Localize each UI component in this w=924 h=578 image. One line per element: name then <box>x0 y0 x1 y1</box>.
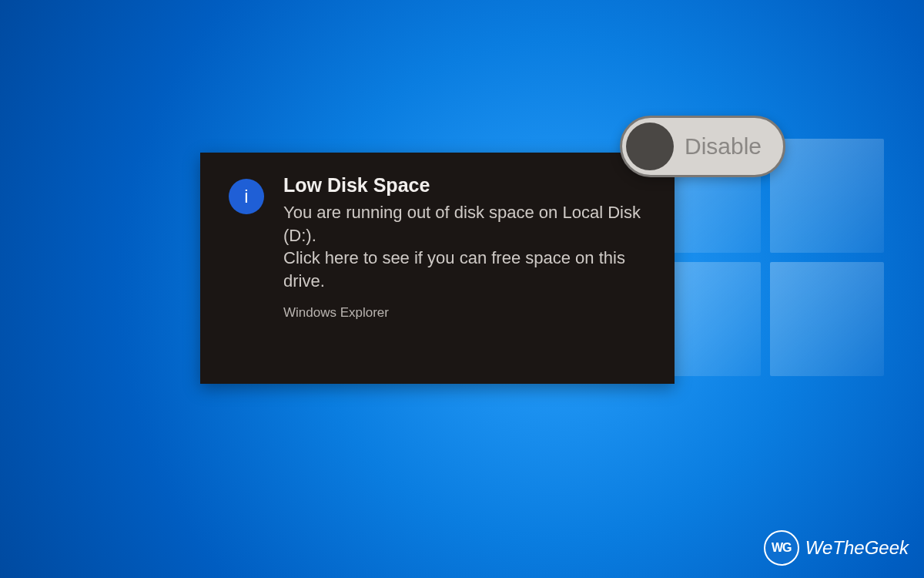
notification-source: Windows Explorer <box>283 305 651 321</box>
notification-title: Low Disk Space <box>283 174 651 197</box>
wethegeek-brand-text: WeTheGeek <box>805 537 909 559</box>
low-disk-space-notification[interactable]: i Low Disk Space You are running out of … <box>200 153 675 384</box>
notification-body-line-1: You are running out of disk space on Loc… <box>283 203 641 245</box>
toggle-label: Disable <box>685 133 762 160</box>
info-icon: i <box>229 179 264 214</box>
notification-icon-column: i <box>223 174 270 214</box>
notification-body-line-2: Click here to see if you can free space … <box>283 248 625 291</box>
disable-toggle[interactable]: Disable <box>620 116 785 177</box>
wethegeek-badge-icon: WG <box>764 530 799 566</box>
notification-body: You are running out of disk space on Loc… <box>283 201 651 293</box>
notification-text-column: Low Disk Space You are running out of di… <box>270 174 651 321</box>
desktop-background: i Low Disk Space You are running out of … <box>0 0 924 578</box>
wethegeek-watermark: WG WeTheGeek <box>764 530 909 566</box>
toggle-knob <box>626 123 674 170</box>
